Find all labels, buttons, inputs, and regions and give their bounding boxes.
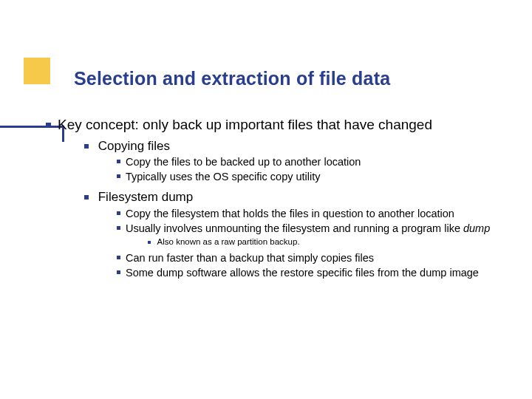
- lvl2-text: Usually involves unmounting the filesyst…: [126, 222, 510, 235]
- lvl2-text: Some dump software allows the restore sp…: [126, 266, 510, 279]
- square-bullet-icon: [148, 241, 151, 244]
- bullet-lvl2: Can run faster than a backup that simply…: [117, 251, 510, 265]
- lvl3-text: Also known as a raw partition backup.: [157, 237, 300, 246]
- lvl2-text: Copy the filesystem that holds the files…: [126, 207, 510, 220]
- bullet-lvl2: Usually involves unmounting the filesyst…: [117, 222, 510, 235]
- lvl2-text: Can run faster than a backup that simply…: [126, 251, 510, 265]
- slide: Selection and extraction of file data Ke…: [0, 0, 532, 399]
- lvl2-text: Typically uses the OS specific copy util…: [126, 170, 510, 183]
- lvl1-text: Copying files: [98, 139, 170, 153]
- bullet-lvl2: Typically uses the OS specific copy util…: [117, 170, 510, 183]
- bullet-lvl1: Copying files: [84, 138, 510, 154]
- square-bullet-icon: [46, 123, 51, 128]
- bullet-lvl3: Also known as a raw partition backup.: [148, 236, 510, 247]
- bullet-lvl2: Copy the filesystem that holds the files…: [117, 207, 510, 220]
- bullet-lvl1: Filesystem dump: [84, 189, 510, 205]
- slide-title: Selection and extraction of file data: [74, 68, 390, 89]
- square-bullet-icon: [84, 144, 89, 149]
- square-bullet-icon: [117, 174, 120, 178]
- slide-body: Key concept: only back up important file…: [46, 117, 510, 279]
- bullet-lvl0: Key concept: only back up important file…: [46, 117, 510, 134]
- square-bullet-icon: [117, 226, 120, 230]
- square-bullet-icon: [117, 270, 120, 274]
- square-bullet-icon: [117, 160, 120, 163]
- lvl2-text: Copy the files to be backed up to anothe…: [126, 155, 510, 168]
- square-bullet-icon: [117, 256, 120, 259]
- lvl1-text: Filesystem dump: [98, 190, 193, 204]
- square-bullet-icon: [84, 195, 89, 200]
- decor-square: [24, 58, 50, 84]
- bullet-lvl2: Copy the files to be backed up to anothe…: [117, 155, 510, 168]
- bullet-lvl2: Some dump software allows the restore sp…: [117, 266, 510, 279]
- lvl0-text: Key concept: only back up important file…: [58, 117, 510, 134]
- square-bullet-icon: [117, 211, 120, 215]
